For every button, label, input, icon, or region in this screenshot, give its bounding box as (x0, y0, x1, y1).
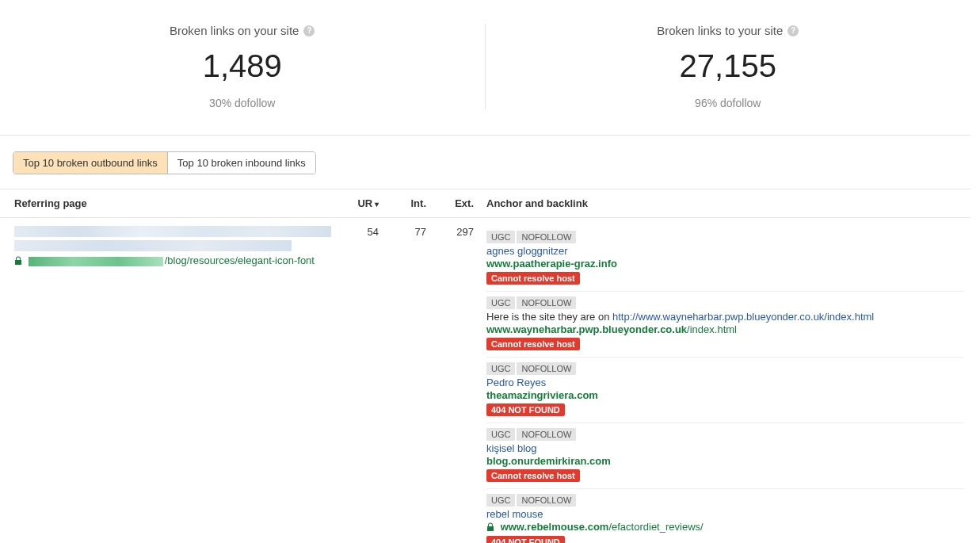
ugc-badge: UGC (486, 296, 515, 309)
anchor-text[interactable]: Here is the site they are on http://www.… (486, 311, 964, 323)
col-ext[interactable]: Ext. (433, 189, 480, 218)
backlink-url[interactable]: theamazingriviera.com (486, 389, 964, 401)
backlink-item: UGCNOFOLLOWrebel mouse www.rebelmouse.co… (486, 489, 964, 543)
ugc-badge: UGC (486, 362, 515, 375)
backlink-url[interactable]: www.wayneharbar.pwp.blueyonder.co.uk/ind… (486, 323, 964, 335)
ugc-badge: UGC (486, 428, 515, 441)
anchor-text[interactable]: Pedro Reyes (486, 377, 964, 388)
stat-broken-to-site: Broken links to your site ? 27,155 96% d… (486, 24, 971, 109)
error-badge: Cannot resolve host (486, 272, 580, 285)
table-row: /blog/resources/elegant-icon-font 54 77 … (0, 218, 970, 544)
nofollow-badge: NOFOLLOW (517, 428, 576, 441)
backlink-url[interactable]: www.rebelmouse.com/efactordiet_reviews/ (486, 521, 964, 533)
referring-url[interactable]: /blog/resources/elegant-icon-font (14, 254, 331, 267)
nofollow-badge: NOFOLLOW (517, 494, 576, 507)
col-referring-page[interactable]: Referring page (0, 189, 337, 218)
error-badge: 404 NOT FOUND (486, 536, 565, 543)
backlink-item: UGCNOFOLLOWkişisel blogblog.onurdemirkir… (486, 423, 964, 489)
anchor-text[interactable]: kişisel blog (486, 442, 964, 454)
stat-title: Broken links to your site (657, 24, 783, 37)
ext-value: 297 (433, 218, 480, 544)
nofollow-badge: NOFOLLOW (517, 296, 576, 309)
error-badge: Cannot resolve host (486, 338, 580, 350)
tab-outbound[interactable]: Top 10 broken outbound links (13, 152, 167, 174)
lock-icon (486, 522, 494, 533)
tabs: Top 10 broken outbound links Top 10 brok… (0, 136, 970, 174)
backlink-url[interactable]: www.paatherapie-graz.info (486, 258, 964, 270)
redacted-domain (29, 257, 163, 266)
backlink-item: UGCNOFOLLOWPedro Reyestheamazingriviera.… (486, 358, 964, 423)
int-value: 77 (385, 218, 433, 544)
ugc-badge: UGC (486, 494, 515, 507)
nofollow-badge: NOFOLLOW (517, 231, 576, 243)
redacted-title (14, 240, 292, 251)
stat-value: 27,155 (486, 48, 971, 84)
ugc-badge: UGC (486, 231, 515, 243)
tab-inbound[interactable]: Top 10 broken inbound links (167, 152, 315, 174)
referring-path: /blog/resources/elegant-icon-font (165, 254, 315, 266)
help-icon[interactable]: ? (303, 25, 315, 36)
backlink-url[interactable]: blog.onurdemirkiran.com (486, 455, 964, 467)
anchor-text[interactable]: agnes gloggnitzer (486, 245, 964, 257)
stat-value: 1,489 (0, 48, 485, 84)
ur-value: 54 (337, 218, 385, 544)
error-badge: 404 NOT FOUND (486, 403, 565, 416)
stat-sub: 96% dofollow (486, 97, 971, 109)
redacted-title (14, 226, 331, 237)
backlink-item: UGCNOFOLLOWagnes gloggnitzerwww.paathera… (486, 226, 964, 292)
broken-links-table: Referring page UR Int. Ext. Anchor and b… (0, 189, 970, 543)
col-int[interactable]: Int. (385, 189, 433, 218)
anchor-text[interactable]: rebel mouse (486, 508, 964, 520)
stats-row: Broken links on your site ? 1,489 30% do… (0, 0, 970, 136)
col-ur[interactable]: UR (337, 189, 385, 218)
stat-title: Broken links on your site (170, 24, 299, 37)
help-icon[interactable]: ? (787, 25, 799, 36)
stat-sub: 30% dofollow (0, 97, 485, 109)
stat-broken-on-site: Broken links on your site ? 1,489 30% do… (0, 24, 486, 109)
col-anchor-backlink[interactable]: Anchor and backlink (480, 189, 970, 218)
error-badge: Cannot resolve host (486, 469, 580, 482)
backlink-item: UGCNOFOLLOWHere is the site they are on … (486, 292, 964, 358)
nofollow-badge: NOFOLLOW (517, 362, 576, 375)
lock-icon (14, 256, 22, 267)
